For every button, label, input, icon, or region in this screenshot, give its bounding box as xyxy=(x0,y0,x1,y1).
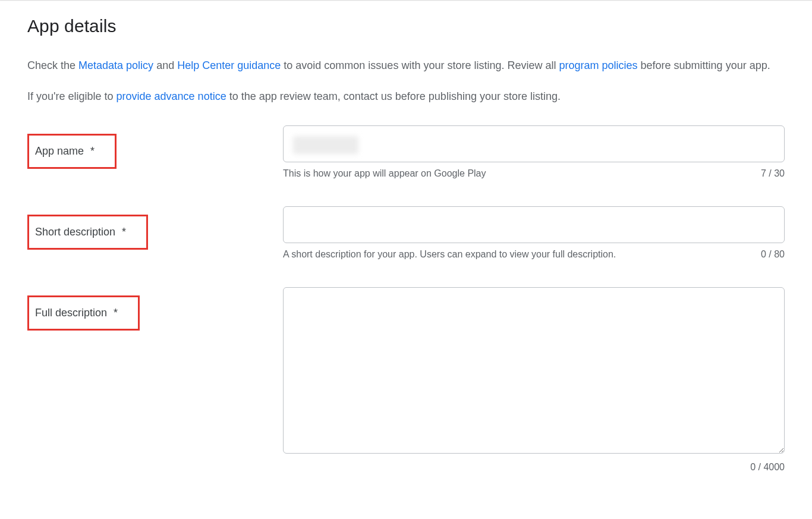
intro-paragraph-1: Check the Metadata policy and Help Cente… xyxy=(27,58,776,74)
short-description-field-col: A short description for your app. Users … xyxy=(283,206,785,260)
app-name-helper-row: This is how your app will appear on Goog… xyxy=(283,168,785,179)
full-description-label-highlight: Full description * xyxy=(27,295,140,331)
short-description-input[interactable] xyxy=(283,206,785,243)
app-name-field-col: This is how your app will appear on Goog… xyxy=(283,125,785,179)
short-description-label-text: Short description xyxy=(35,226,115,238)
full-description-label-text: Full description xyxy=(35,307,107,319)
short-description-char-counter: 0 / 80 xyxy=(761,249,785,260)
full-description-field-col: 0 / 4000 xyxy=(283,287,785,473)
short-description-row: Short description * A short description … xyxy=(27,206,785,260)
short-description-label-highlight: Short description * xyxy=(27,215,148,250)
intro1-pre: Check the xyxy=(27,59,78,71)
section-title: App details xyxy=(27,16,785,36)
app-details-section: App details Check the Metadata policy an… xyxy=(0,1,812,502)
full-description-row: Full description * 0 / 4000 xyxy=(27,287,785,473)
short-description-label-col: Short description * xyxy=(27,206,283,250)
intro1-post: before submitting your app. xyxy=(638,59,770,71)
app-name-input[interactable] xyxy=(283,125,785,162)
advance-notice-link[interactable]: provide advance notice xyxy=(117,90,226,102)
metadata-policy-link[interactable]: Metadata policy xyxy=(78,59,153,71)
app-name-row: App name * This is how your app will app… xyxy=(27,125,785,179)
intro2-pre: If you're eligible to xyxy=(27,90,117,102)
full-description-helper-text xyxy=(283,462,750,473)
intro1-mid2: to avoid common issues with your store l… xyxy=(281,59,559,71)
form-area: App name * This is how your app will app… xyxy=(27,125,785,473)
full-description-helper-row: 0 / 4000 xyxy=(283,462,785,473)
help-center-guidance-link[interactable]: Help Center guidance xyxy=(177,59,281,71)
intro2-post: to the app review team, contact us befor… xyxy=(226,90,561,102)
app-name-char-counter: 7 / 30 xyxy=(761,168,785,179)
app-name-label-highlight: App name * xyxy=(27,134,117,169)
short-description-helper-row: A short description for your app. Users … xyxy=(283,249,785,260)
required-asterisk: * xyxy=(122,226,126,238)
full-description-label-col: Full description * xyxy=(27,287,283,331)
app-name-helper-text: This is how your app will appear on Goog… xyxy=(283,168,761,179)
short-description-helper-text: A short description for your app. Users … xyxy=(283,249,761,260)
full-description-char-counter: 0 / 4000 xyxy=(750,462,785,473)
app-name-label-text: App name xyxy=(35,145,84,157)
intro1-mid1: and xyxy=(153,59,177,71)
program-policies-link[interactable]: program policies xyxy=(559,59,637,71)
intro-paragraph-2: If you're eligible to provide advance no… xyxy=(27,89,776,105)
required-asterisk: * xyxy=(90,145,95,157)
full-description-textarea[interactable] xyxy=(283,287,785,454)
app-name-label-col: App name * xyxy=(27,125,283,169)
app-name-redacted-value xyxy=(293,136,358,154)
required-asterisk: * xyxy=(114,307,118,319)
